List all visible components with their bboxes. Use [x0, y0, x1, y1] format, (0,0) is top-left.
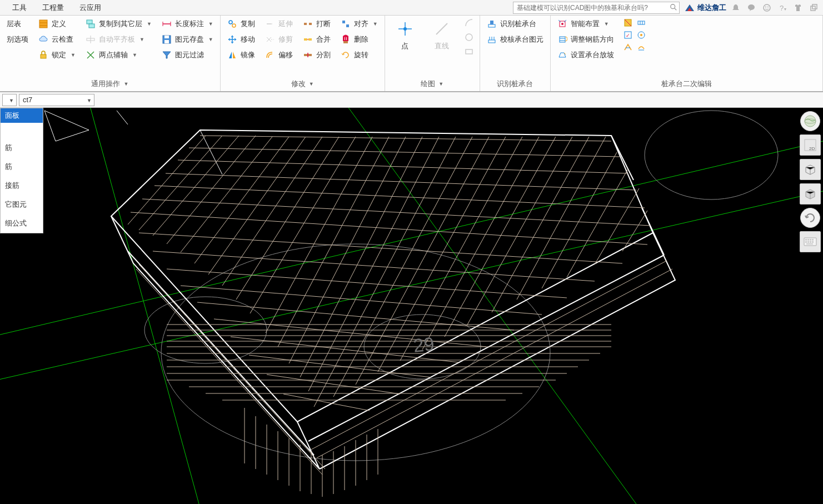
workspace[interactable]: 29 面板 筋 筋 接筋 它图元 细公式 2D — [0, 108, 823, 504]
save-element-button[interactable]: 图元存盘 ▼ — [161, 33, 215, 46]
small-icon-e[interactable] — [623, 42, 633, 52]
options-button[interactable]: 别选项 — [6, 33, 29, 46]
delete-button[interactable]: 删除 — [340, 33, 379, 46]
smart-place-button[interactable]: 智能布置 ▼ — [556, 18, 615, 30]
mirror-label: 镜像 — [241, 50, 255, 60]
copy-icon — [227, 19, 237, 29]
small-icon-b[interactable] — [636, 18, 646, 28]
lock-button[interactable]: 锁定 ▼ — [37, 49, 77, 61]
globe-tool[interactable] — [800, 111, 820, 131]
rect-icon[interactable] — [464, 47, 474, 57]
chevron-down-icon: ▼ — [604, 21, 609, 27]
split-button[interactable]: 分割 — [302, 49, 332, 61]
small-icon-a[interactable] — [623, 18, 633, 28]
smart-icon — [557, 19, 567, 29]
canvas-3d[interactable]: 29 — [0, 108, 823, 504]
merge-button[interactable]: 合并 — [302, 33, 332, 46]
svg-line-119 — [142, 199, 650, 226]
copy-to-layer-button[interactable]: 复制到其它层 ▼ — [84, 18, 153, 30]
small-icon-c[interactable]: ✓ — [623, 30, 633, 40]
combo-1[interactable]: ▼ — [2, 94, 17, 106]
offset-button[interactable]: 偏移 — [264, 49, 294, 61]
extend-button[interactable]: 延伸 — [264, 18, 294, 30]
menu-tools[interactable]: 工具 — [4, 1, 34, 15]
mirror-icon — [227, 50, 237, 60]
two-point-axis-button[interactable]: 两点辅轴 ▼ — [84, 49, 153, 61]
set-slope-label: 设置承台放坡 — [571, 50, 614, 60]
solid-tool[interactable] — [800, 183, 821, 204]
cloud-check-button[interactable]: 云检查 — [37, 33, 77, 46]
menu-cloud[interactable]: 云应用 — [72, 1, 109, 15]
copy-button[interactable]: 复制 — [226, 18, 256, 30]
svg-line-89 — [181, 137, 272, 252]
user-name: 维达詹工 — [697, 3, 726, 13]
svg-point-5 — [767, 6, 769, 7]
titlebar-icons: ?▾ — [731, 3, 819, 13]
rotate-view-tool[interactable] — [800, 208, 820, 228]
2d-tool[interactable]: 2D — [800, 134, 821, 156]
svg-line-161 — [117, 111, 128, 124]
rotate-rebar-button[interactable]: 调整钢筋方向 — [556, 33, 615, 46]
restore-icon[interactable] — [809, 3, 819, 13]
svg-line-115 — [189, 148, 620, 157]
layer-table-button[interactable]: 层表 — [6, 18, 29, 30]
circle-icon[interactable] — [464, 32, 474, 42]
svg-line-117 — [166, 173, 636, 190]
rotate-button[interactable]: 旋转 — [340, 49, 379, 61]
svg-line-123 — [167, 269, 567, 298]
chat-icon[interactable] — [746, 3, 756, 13]
mirror-button[interactable]: 镜像 — [226, 49, 256, 61]
panel-item-2[interactable]: 接筋 — [1, 176, 43, 195]
user-label[interactable]: 维达詹工 — [684, 3, 726, 13]
group-label-draw: 绘图▼ — [391, 77, 474, 90]
svg-point-4 — [765, 6, 766, 7]
check-pile-label: 校核承台图元 — [500, 34, 543, 44]
filter-element-button[interactable]: 图元过滤 — [161, 49, 215, 61]
svg-text:2D: 2D — [809, 146, 815, 151]
auto-align-slab-label: 自动平齐板 — [99, 34, 135, 44]
help-icon[interactable]: ?▾ — [777, 3, 787, 13]
svg-rect-8 — [811, 6, 815, 11]
svg-point-162 — [805, 116, 816, 127]
menu-quantity[interactable]: 工程量 — [34, 1, 72, 15]
set-slope-button[interactable]: 设置承台放坡 — [556, 49, 615, 61]
panel-item-4[interactable]: 细公式 — [1, 214, 43, 233]
shirt-icon[interactable] — [793, 3, 803, 13]
panel-item-0[interactable]: 筋 — [1, 138, 43, 157]
panel-item-3[interactable]: 它图元 — [1, 195, 43, 214]
define-button[interactable]: 定义 — [37, 18, 77, 30]
align-button[interactable]: 对齐 ▼ — [340, 18, 379, 30]
small-icon-f[interactable] — [636, 42, 646, 52]
svg-line-124 — [181, 286, 542, 315]
panel-item-1[interactable]: 筋 — [1, 157, 43, 176]
align-icon — [341, 19, 351, 29]
svg-line-120 — [131, 212, 647, 244]
arc-icon[interactable] — [464, 18, 474, 28]
search-input[interactable] — [513, 2, 680, 14]
move-button[interactable]: 移动 — [226, 33, 256, 46]
lock-label: 锁定 — [52, 50, 66, 60]
side-panel-title[interactable]: 面板 — [1, 108, 43, 123]
small-icon-d[interactable] — [636, 30, 646, 40]
search-icon[interactable] — [670, 3, 677, 11]
face-icon[interactable] — [762, 3, 772, 13]
trim-button[interactable]: 修剪 — [264, 33, 294, 46]
svg-line-104 — [400, 137, 522, 361]
wireframe-tool[interactable] — [800, 159, 821, 180]
svg-rect-9 — [812, 4, 817, 9]
move-icon — [227, 34, 237, 44]
svg-line-113 — [622, 211, 647, 251]
keyboard-tool[interactable] — [800, 231, 821, 252]
break-button[interactable]: 打断 — [302, 18, 332, 30]
pile-circles — [144, 111, 778, 461]
line-button[interactable]: 直线 — [427, 18, 456, 53]
combo-element[interactable]: ct7 ▼ — [19, 94, 94, 106]
line-icon — [433, 20, 451, 38]
bell-icon[interactable] — [731, 3, 741, 13]
auto-align-slab-button[interactable]: 自动平齐板 ▼ — [84, 33, 153, 46]
svg-rect-45 — [343, 41, 348, 43]
length-dim-button[interactable]: 长度标注 ▼ — [161, 18, 215, 30]
point-button[interactable]: 点 — [391, 18, 420, 53]
check-pile-button[interactable]: 校核承台图元 — [486, 33, 545, 46]
recognize-pile-button[interactable]: 识别桩承台 — [486, 18, 545, 30]
